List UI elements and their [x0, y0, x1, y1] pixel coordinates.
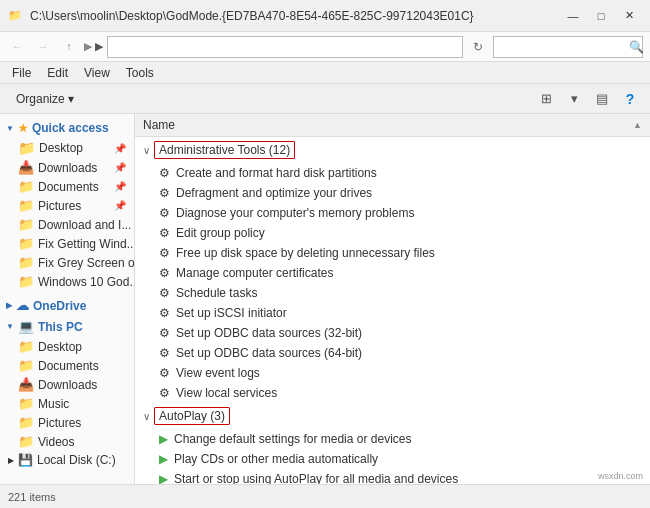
- sidebar-item-documents[interactable]: 📁 Documents 📌: [0, 177, 134, 196]
- this-pc-label: This PC: [38, 320, 83, 334]
- menu-bar: File Edit View Tools: [0, 62, 650, 84]
- onedrive-expand-icon: ▶: [6, 301, 12, 310]
- file-icon: ⚙: [159, 346, 170, 360]
- file-item[interactable]: ⚙ View event logs: [135, 363, 650, 383]
- folder-icon: 📁: [18, 179, 34, 194]
- status-bar: 221 items: [0, 484, 650, 508]
- organize-button[interactable]: Organize ▾: [8, 89, 82, 109]
- file-item[interactable]: ⚙ Diagnose your computer's memory proble…: [135, 203, 650, 223]
- file-item[interactable]: ⚙ Edit group policy: [135, 223, 650, 243]
- view-icons: ⊞ ▾ ▤ ?: [534, 87, 642, 111]
- address-bar: ← → ↑ ▶ ▶ ↻ 🔍: [0, 32, 650, 62]
- file-label: Free up disk space by deleting unnecessa…: [176, 246, 435, 260]
- file-label: Start or stop using AutoPlay for all med…: [174, 472, 458, 484]
- local-disk-expand-icon: ▶: [8, 456, 14, 465]
- address-input[interactable]: [107, 36, 463, 58]
- close-button[interactable]: ✕: [616, 6, 642, 26]
- sidebar-item-desktop-pc[interactable]: 📁 Desktop: [0, 337, 134, 356]
- sidebar-item-download2[interactable]: 📁 Download and I...: [0, 215, 134, 234]
- main-content: ▼ ★ Quick access 📁 Desktop 📌 📥 Downloads…: [0, 114, 650, 484]
- file-item[interactable]: ▶ Play CDs or other media automatically: [135, 449, 650, 469]
- section-admin-tools[interactable]: ∨ Administrative Tools (12): [135, 137, 650, 163]
- sidebar-item-local-disk[interactable]: ▶ 💾 Local Disk (C:): [0, 451, 134, 469]
- toolbar: Organize ▾ ⊞ ▾ ▤ ?: [0, 84, 650, 114]
- sidebar-item-music[interactable]: 📁 Music: [0, 394, 134, 413]
- sidebar-item-label: Fix Grey Screen o...: [38, 256, 134, 270]
- sidebar-item-documents-pc[interactable]: 📁 Documents: [0, 356, 134, 375]
- column-name[interactable]: Name: [143, 118, 633, 132]
- sidebar-item-pictures-pc[interactable]: 📁 Pictures: [0, 413, 134, 432]
- refresh-button[interactable]: ↻: [467, 36, 489, 58]
- local-disk-label: Local Disk (C:): [37, 453, 116, 467]
- view-toggle-button[interactable]: ⊞: [534, 87, 558, 111]
- menu-view[interactable]: View: [76, 64, 118, 82]
- sidebar-onedrive-header[interactable]: ▶ ☁ OneDrive: [0, 295, 134, 316]
- back-button[interactable]: ←: [6, 36, 28, 58]
- organize-arrow: ▾: [68, 92, 74, 106]
- file-label: Set up iSCSI initiator: [176, 306, 287, 320]
- folder-icon: 📁: [18, 396, 34, 411]
- menu-file[interactable]: File: [4, 64, 39, 82]
- sidebar-item-fix-getting[interactable]: 📁 Fix Getting Wind...: [0, 234, 134, 253]
- minimize-button[interactable]: —: [560, 6, 586, 26]
- download-folder-icon: 📥: [18, 377, 34, 392]
- file-item[interactable]: ⚙ Manage computer certificates: [135, 263, 650, 283]
- help-button[interactable]: ?: [618, 87, 642, 111]
- sidebar-item-label: Desktop: [38, 340, 82, 354]
- file-item[interactable]: ⚙ Set up ODBC data sources (64-bit): [135, 343, 650, 363]
- admin-tools-title: Administrative Tools (12): [154, 141, 295, 159]
- sidebar-item-label: Pictures: [38, 416, 81, 430]
- section-chevron-icon: ∨: [143, 411, 150, 422]
- file-item[interactable]: ⚙ Create and format hard disk partitions: [135, 163, 650, 183]
- sidebar-item-desktop[interactable]: 📁 Desktop 📌: [0, 138, 134, 158]
- file-label: Create and format hard disk partitions: [176, 166, 377, 180]
- file-icon: ⚙: [159, 166, 170, 180]
- file-item[interactable]: ⚙ Schedule tasks: [135, 283, 650, 303]
- menu-edit[interactable]: Edit: [39, 64, 76, 82]
- file-item[interactable]: ▶ Change default settings for media or d…: [135, 429, 650, 449]
- folder-icon: 📁: [18, 358, 34, 373]
- this-pc-expand-icon: ▼: [6, 322, 14, 331]
- onedrive-cloud-icon: ☁: [16, 298, 29, 313]
- title-path: C:\Users\moolin\Desktop\GodMode.{ED7BA47…: [30, 9, 560, 23]
- menu-tools[interactable]: Tools: [118, 64, 162, 82]
- preview-pane-button[interactable]: ▤: [590, 87, 614, 111]
- file-list-container: Name ▲ ∨ Administrative Tools (12) ⚙ Cre…: [135, 114, 650, 484]
- pin-icon: 📌: [114, 143, 126, 154]
- title-bar: 📁 C:\Users\moolin\Desktop\GodMode.{ED7BA…: [0, 0, 650, 32]
- file-icon: ▶: [159, 452, 168, 466]
- file-item[interactable]: ⚙ Defragment and optimize your drives: [135, 183, 650, 203]
- sidebar-item-downloads[interactable]: 📥 Downloads 📌: [0, 158, 134, 177]
- this-pc-icon: 💻: [18, 319, 34, 334]
- sidebar-item-label: Music: [38, 397, 69, 411]
- sidebar-item-windows10[interactable]: 📁 Windows 10 God...: [0, 272, 134, 291]
- file-label: Schedule tasks: [176, 286, 257, 300]
- file-label: Set up ODBC data sources (32-bit): [176, 326, 362, 340]
- sidebar-quick-access-header[interactable]: ▼ ★ Quick access: [0, 118, 134, 138]
- pin-icon: 📌: [114, 162, 126, 173]
- onedrive-label: OneDrive: [33, 299, 86, 313]
- forward-button[interactable]: →: [32, 36, 54, 58]
- view-dropdown-button[interactable]: ▾: [562, 87, 586, 111]
- sidebar-item-fix-grey[interactable]: 📁 Fix Grey Screen o...: [0, 253, 134, 272]
- file-item[interactable]: ⚙ Set up iSCSI initiator: [135, 303, 650, 323]
- pin-icon: 📌: [114, 181, 126, 192]
- maximize-button[interactable]: □: [588, 6, 614, 26]
- section-autoplay[interactable]: ∨ AutoPlay (3): [135, 403, 650, 429]
- sidebar-this-pc-header[interactable]: ▼ 💻 This PC: [0, 316, 134, 337]
- file-item[interactable]: ▶ Start or stop using AutoPlay for all m…: [135, 469, 650, 484]
- file-item[interactable]: ⚙ Set up ODBC data sources (32-bit): [135, 323, 650, 343]
- sidebar-item-downloads-pc[interactable]: 📥 Downloads: [0, 375, 134, 394]
- organize-label: Organize: [16, 92, 65, 106]
- file-label: Manage computer certificates: [176, 266, 333, 280]
- file-icon: ⚙: [159, 306, 170, 320]
- file-item[interactable]: ⚙ Free up disk space by deleting unneces…: [135, 243, 650, 263]
- search-input[interactable]: [493, 36, 643, 58]
- file-item[interactable]: ⚙ View local services: [135, 383, 650, 403]
- sidebar-item-pictures[interactable]: 📁 Pictures 📌: [0, 196, 134, 215]
- folder-icon: 📁: [18, 140, 35, 156]
- window-icon: 📁: [8, 9, 22, 22]
- folder-icon: 📁: [18, 339, 34, 354]
- sidebar-item-videos[interactable]: 📁 Videos: [0, 432, 134, 451]
- up-button[interactable]: ↑: [58, 36, 80, 58]
